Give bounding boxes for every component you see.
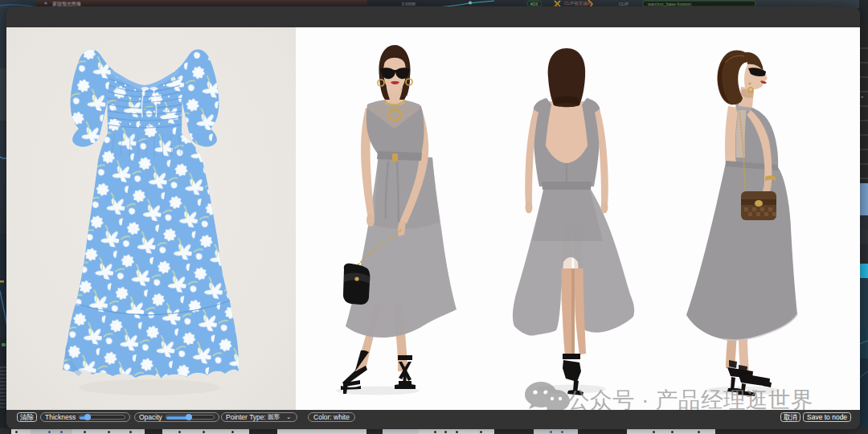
svg-text:公众号 · 产品经理逛世界: 公众号 · 产品经理逛世界 — [567, 387, 813, 410]
svg-text:CLIP视觉编码: CLIP视觉编码 — [564, 1, 592, 6]
